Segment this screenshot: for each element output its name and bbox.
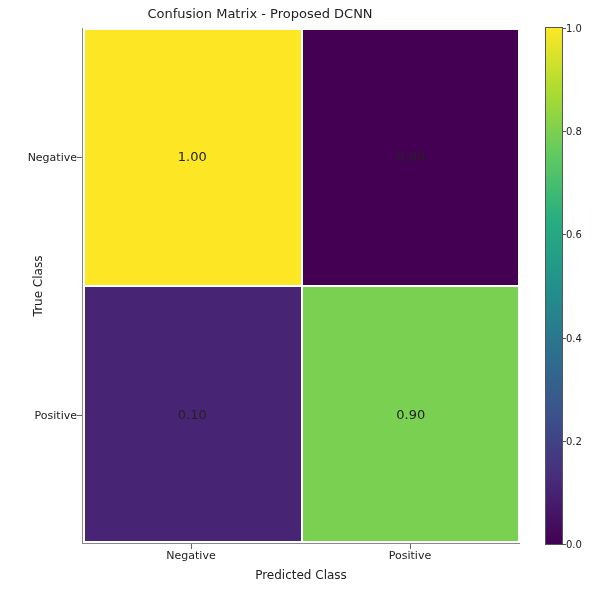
colorbar-tick-mark <box>562 338 566 339</box>
colorbar-tick-label: 0.0 <box>566 539 582 550</box>
cell-value: 1.00 <box>178 149 207 164</box>
colorbar-tick-mark <box>562 234 566 235</box>
grid-line <box>83 285 520 287</box>
colorbar-tick-mark <box>562 544 566 545</box>
colorbar-tick-label: 0.2 <box>566 435 582 446</box>
cell-value: 0.00 <box>396 149 425 164</box>
colorbar <box>546 28 562 544</box>
y-tick-negative: Negative <box>7 151 77 164</box>
cell-tp: 0.90 <box>302 286 521 544</box>
colorbar-tick-label: 0.8 <box>566 126 582 137</box>
x-tick-negative: Negative <box>131 549 251 562</box>
grid-line <box>83 28 520 30</box>
colorbar-tick-label: 1.0 <box>566 23 582 34</box>
x-axis-label: Predicted Class <box>82 568 520 582</box>
chart-title: Confusion Matrix - Proposed DCNN <box>0 6 520 21</box>
colorbar-tick-mark <box>562 131 566 132</box>
y-tick-positive: Positive <box>7 409 77 422</box>
y-axis-label: True Class <box>31 256 45 317</box>
cell-fn: 0.10 <box>83 286 302 544</box>
cell-value: 0.10 <box>178 407 207 422</box>
colorbar-tick-mark <box>562 28 566 29</box>
cell-tn: 1.00 <box>83 28 302 286</box>
x-tick-positive: Positive <box>350 549 470 562</box>
grid-line <box>83 541 520 543</box>
cell-fp: 0.00 <box>302 28 521 286</box>
colorbar-tick-mark <box>562 441 566 442</box>
colorbar-tick-label: 0.4 <box>566 332 582 343</box>
cell-value: 0.90 <box>396 407 425 422</box>
confusion-matrix-figure: Confusion Matrix - Proposed DCNN True Cl… <box>0 0 600 593</box>
colorbar-tick-label: 0.6 <box>566 229 582 240</box>
heatmap-plot-area: 1.00 0.00 0.10 0.90 <box>82 28 520 544</box>
